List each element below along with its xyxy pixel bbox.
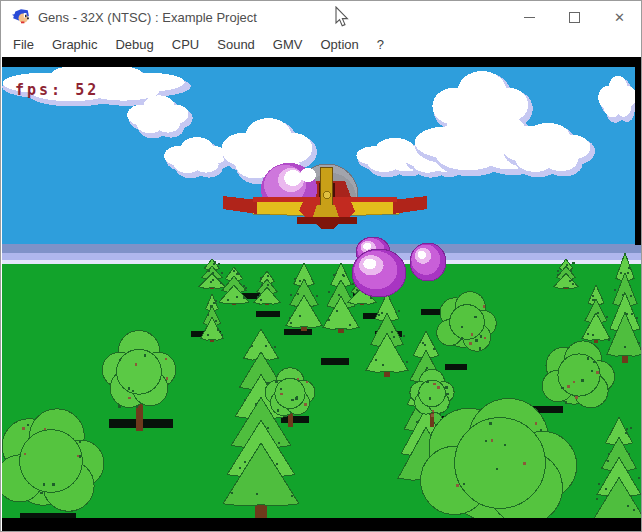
- game-display[interactable]: fps: 52: [2, 57, 642, 532]
- menu-item-help[interactable]: ?: [368, 37, 393, 52]
- mouse-cursor: [335, 6, 349, 28]
- close-icon: ✕: [614, 11, 625, 24]
- maximize-button[interactable]: [552, 2, 597, 32]
- maximize-icon: [569, 12, 580, 23]
- gens-emulator-window: Gens - 32X (NTSC) : Example Project ✕ Fi…: [0, 0, 642, 532]
- menu-item-graphic[interactable]: Graphic: [43, 37, 107, 52]
- window-controls: ✕: [507, 2, 642, 32]
- overscan-bar-top: [2, 57, 642, 67]
- menu-item-debug[interactable]: Debug: [106, 37, 162, 52]
- window-title: Gens - 32X (NTSC) : Example Project: [38, 10, 257, 25]
- overscan-bar-right: [635, 57, 642, 245]
- overscan-bar-bottom: [2, 518, 642, 532]
- menu-item-option[interactable]: Option: [311, 37, 367, 52]
- menu-item-sound[interactable]: Sound: [208, 37, 264, 52]
- minimize-icon: [524, 17, 535, 18]
- menu-item-file[interactable]: File: [4, 37, 43, 52]
- sonic-icon: [12, 8, 30, 26]
- minimize-button[interactable]: [507, 2, 552, 32]
- close-button[interactable]: ✕: [597, 2, 642, 32]
- fps-counter: fps: 52: [15, 81, 99, 99]
- menu-bar: FileGraphicDebugCPUSoundGMVOption?: [2, 32, 642, 57]
- menu-item-gmv[interactable]: GMV: [264, 37, 312, 52]
- menu-item-cpu[interactable]: CPU: [163, 37, 208, 52]
- game-scene: [2, 57, 642, 532]
- title-bar[interactable]: Gens - 32X (NTSC) : Example Project ✕: [2, 2, 642, 32]
